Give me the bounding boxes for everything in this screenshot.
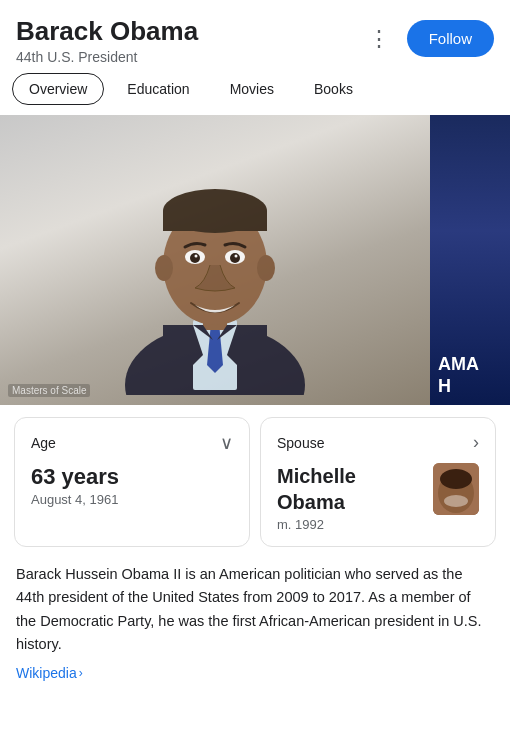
spouse-label: Spouse: [277, 435, 324, 451]
main-image: Masters of Scale: [0, 115, 430, 405]
spouse-info: Michelle Obama m. 1992: [277, 463, 356, 532]
age-card: Age ∨ 63 years August 4, 1961: [14, 417, 250, 547]
page-subtitle: 44th U.S. President: [16, 49, 198, 65]
svg-point-10: [257, 255, 275, 281]
svg-point-20: [444, 495, 468, 507]
wiki-link-arrow: ›: [79, 664, 83, 683]
spouse-card-header: Spouse ›: [277, 432, 479, 453]
page-title: Barack Obama: [16, 16, 198, 47]
spouse-content: Michelle Obama m. 1992: [277, 463, 479, 532]
age-label: Age: [31, 435, 56, 451]
tab-overview[interactable]: Overview: [12, 73, 104, 105]
spouse-avatar-image: [433, 463, 479, 515]
spouse-avatar[interactable]: [433, 463, 479, 515]
svg-point-14: [230, 253, 240, 263]
wikipedia-link[interactable]: Wikipedia ›: [16, 662, 83, 684]
age-value: 63 years: [31, 464, 233, 490]
follow-button[interactable]: Follow: [407, 20, 494, 57]
info-cards: Age ∨ 63 years August 4, 1961 Spouse › M…: [0, 405, 510, 559]
header: Barack Obama 44th U.S. President ⋮ Follo…: [0, 0, 510, 73]
tab-education[interactable]: Education: [110, 73, 206, 105]
portrait-svg: [105, 125, 325, 395]
svg-point-15: [195, 255, 198, 258]
spouse-avatar-svg: [433, 463, 479, 515]
age-birthdate: August 4, 1961: [31, 492, 233, 507]
main-image-inner: Masters of Scale: [0, 115, 430, 405]
spouse-married-year: m. 1992: [277, 517, 356, 532]
header-left: Barack Obama 44th U.S. President: [16, 16, 198, 65]
spouse-card: Spouse › Michelle Obama m. 1992: [260, 417, 496, 547]
svg-point-9: [155, 255, 173, 281]
svg-point-13: [190, 253, 200, 263]
wiki-link-label: Wikipedia: [16, 662, 77, 684]
tab-movies[interactable]: Movies: [213, 73, 291, 105]
image-credit: Masters of Scale: [8, 384, 90, 397]
age-chevron-icon[interactable]: ∨: [220, 432, 233, 454]
side-image-text: AMA H: [438, 354, 479, 397]
side-image: AMA H: [430, 115, 510, 405]
age-card-header: Age ∨: [31, 432, 233, 454]
spouse-chevron-icon[interactable]: ›: [473, 432, 479, 453]
image-strip: Masters of Scale AMA H: [0, 115, 510, 405]
more-options-button[interactable]: ⋮: [362, 22, 397, 56]
tabs-bar: Overview Education Movies Books: [0, 73, 510, 115]
description-section: Barack Hussein Obama II is an American p…: [0, 559, 510, 701]
svg-point-16: [235, 255, 238, 258]
header-actions: ⋮ Follow: [362, 20, 494, 57]
spouse-name: Michelle Obama: [277, 463, 356, 515]
svg-point-19: [440, 469, 472, 489]
svg-rect-8: [163, 211, 267, 231]
description-text: Barack Hussein Obama II is an American p…: [16, 563, 494, 656]
tab-books[interactable]: Books: [297, 73, 370, 105]
